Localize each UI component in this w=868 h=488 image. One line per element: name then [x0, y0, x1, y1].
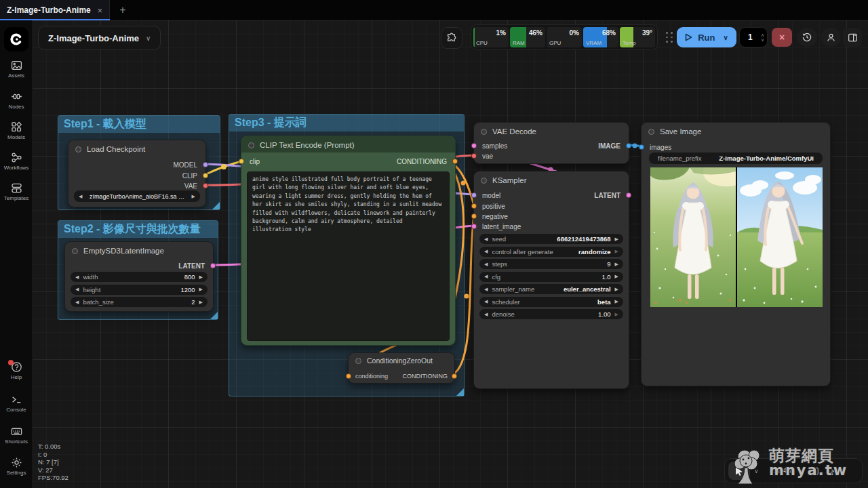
collapse-toggle[interactable]: [481, 129, 487, 135]
node-empty-latent[interactable]: EmptySD3LatentImage LATENT ◀ width 800 ▶…: [64, 241, 214, 312]
sidebar-item-console[interactable]: Console: [0, 394, 33, 413]
node-clip-text-encode[interactable]: CLIP Text Encode (Prompt) clip CONDITION…: [241, 136, 456, 346]
group-step2-header[interactable]: Step2 - 影像尺寸與批次數量: [58, 221, 218, 238]
port-clip-input[interactable]: [239, 159, 244, 164]
preview-image-2[interactable]: [737, 167, 823, 307]
group-step1-header[interactable]: Step1 - 載入模型: [58, 116, 220, 133]
port-vae-input[interactable]: [471, 153, 477, 159]
node-load-checkpoint[interactable]: Load Checkpoint MODEL CLIP VAE ◀ zImageT…: [68, 140, 206, 207]
port-positive-input[interactable]: [471, 203, 477, 209]
increment-icon[interactable]: ▶: [199, 274, 203, 280]
decrement-icon[interactable]: ◀: [484, 237, 488, 242]
decrement-icon[interactable]: ◀: [75, 287, 79, 292]
select-tool-button[interactable]: [728, 462, 750, 480]
tab-close-icon[interactable]: ×: [97, 5, 102, 16]
widget-sampler-name[interactable]: ◀ sampler_name euler_ancestral ▶: [479, 284, 623, 294]
sidebar-item-templates[interactable]: Templates: [0, 182, 33, 201]
collapse-toggle[interactable]: [75, 146, 81, 152]
pan-mode-button[interactable]: [827, 466, 835, 475]
port-vae-output[interactable]: [203, 183, 208, 188]
increment-icon[interactable]: ▶: [199, 300, 203, 305]
cancel-button[interactable]: ×: [772, 28, 792, 47]
port-latent-output[interactable]: [626, 192, 631, 198]
sidebar-item-models[interactable]: Models: [0, 121, 33, 140]
sidebar-item-help[interactable]: Help: [0, 361, 33, 380]
increment-icon[interactable]: ▶: [615, 237, 618, 242]
increment-icon[interactable]: ▶: [615, 299, 618, 304]
collapse-toggle[interactable]: [72, 248, 78, 254]
port-conditioning-output[interactable]: [452, 159, 458, 164]
widget-denoise[interactable]: ◀ denoise 1.00 ▶: [479, 309, 623, 319]
collapse-toggle[interactable]: [481, 178, 487, 184]
decrement-icon[interactable]: ◀: [484, 262, 488, 267]
zoom-options-chevron[interactable]: ∨: [797, 468, 802, 474]
user-button[interactable]: [821, 28, 841, 47]
increment-icon[interactable]: ▶: [615, 312, 618, 317]
group-resize-handle[interactable]: [456, 388, 464, 396]
decrement-icon[interactable]: ◀: [484, 299, 488, 304]
widget-filename-prefix[interactable]: filename_prefix Z-Image-Turbo-Anime/Comf…: [649, 152, 823, 164]
port-model-output[interactable]: [203, 162, 208, 167]
port-latent-image-input[interactable]: [471, 224, 477, 229]
widget-steps[interactable]: ◀ steps 9 ▶: [479, 259, 623, 269]
node-ksampler[interactable]: KSampler model positive negative latent_…: [473, 171, 629, 389]
new-tab-button[interactable]: +: [114, 0, 132, 20]
increment-icon[interactable]: ▶: [615, 274, 618, 279]
node-save-image[interactable]: Save Image images filename_prefix Z-Imag…: [641, 122, 831, 386]
zoom-level[interactable]: 92.4%: [774, 467, 793, 474]
increment-icon[interactable]: ▶: [615, 262, 618, 267]
tool-options-chevron[interactable]: ∨: [754, 468, 759, 474]
port-image-output[interactable]: [626, 143, 631, 148]
widget-width[interactable]: ◀ width 800 ▶: [71, 272, 208, 282]
run-options-chevron[interactable]: ∨: [723, 34, 728, 41]
port-latent-output[interactable]: [210, 263, 216, 268]
sidebar-item-workflows[interactable]: Workflows: [0, 152, 33, 171]
group-resize-handle[interactable]: [210, 312, 218, 319]
comfyui-logo[interactable]: [4, 27, 28, 52]
widget-ckpt-name[interactable]: ◀ zImageTurboAnime_aioBF16.sa … ▶: [74, 190, 200, 202]
widget-control-after-generate[interactable]: ◀ control after generate randomize ▶: [479, 247, 623, 257]
port-images-input[interactable]: [639, 144, 644, 150]
widget-cfg[interactable]: ◀ cfg 1.0 ▶: [479, 272, 623, 282]
node-conditioning-zero-out[interactable]: ConditioningZeroOut conditioning CONDITI…: [348, 352, 455, 384]
port-negative-input[interactable]: [471, 214, 477, 219]
workflow-tab[interactable]: Z-Image-Turbo-Anime ×: [0, 0, 110, 20]
preview-image-1[interactable]: [650, 167, 736, 307]
sidebar-item-nodes[interactable]: Nodes: [0, 91, 33, 110]
minimap-toggle-button[interactable]: [810, 466, 819, 476]
decrement-icon[interactable]: ◀: [484, 312, 488, 317]
decrement-icon[interactable]: ◀: [484, 274, 488, 279]
decrement-icon[interactable]: ◀: [75, 300, 79, 305]
port-clip-output[interactable]: [203, 173, 208, 178]
batch-decrement-icon[interactable]: ∨: [761, 37, 764, 42]
decrement-icon[interactable]: ◀: [484, 287, 488, 292]
decrement-icon[interactable]: ◀: [75, 274, 79, 280]
sidebar-item-shortcuts[interactable]: Shortcuts: [0, 426, 33, 445]
increment-icon[interactable]: ▶: [615, 287, 618, 292]
collapse-toggle[interactable]: [648, 129, 654, 135]
widget-scheduler[interactable]: ◀ scheduler beta ▶: [479, 297, 623, 307]
image-previews[interactable]: [650, 167, 823, 307]
port-conditioning-input[interactable]: [346, 373, 351, 379]
port-conditioning-output[interactable]: [452, 373, 457, 379]
increment-icon[interactable]: ▶: [199, 287, 203, 292]
group-resize-handle[interactable]: [212, 202, 220, 209]
history-button[interactable]: [797, 28, 817, 47]
prompt-textarea[interactable]: anime style illustrated full body portra…: [247, 171, 450, 341]
increment-icon[interactable]: ▶: [615, 249, 618, 254]
sidebar-item-assets[interactable]: Assets: [0, 60, 33, 79]
workflow-title-dropdown[interactable]: Z-Image-Turbo-Anime ∨: [38, 26, 161, 50]
sidebar-item-settings[interactable]: Settings: [0, 457, 33, 476]
port-samples-input[interactable]: [471, 143, 477, 148]
node-vae-decode[interactable]: VAE Decode samples vae IMAGE: [473, 122, 629, 164]
extensions-button[interactable]: [441, 27, 462, 49]
collapse-toggle[interactable]: [248, 142, 254, 148]
decrement-icon[interactable]: ◀: [484, 249, 488, 254]
collapse-toggle[interactable]: [355, 358, 361, 364]
batch-count-stepper[interactable]: 1 ∧ ∨: [739, 27, 768, 47]
next-value-icon[interactable]: ▶: [192, 194, 195, 199]
prev-value-icon[interactable]: ◀: [79, 194, 82, 199]
toggle-panel-button[interactable]: [843, 28, 862, 47]
batch-increment-icon[interactable]: ∧: [761, 33, 764, 37]
toolbar-drag-handle[interactable]: [666, 32, 674, 44]
